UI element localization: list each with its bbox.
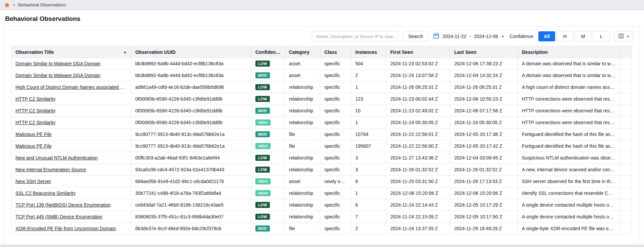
table-toolbar: Search 2024-11-22 - 2024-12-06 ▼ Confide… bbox=[11, 31, 633, 41]
class-cell: specific bbox=[320, 211, 351, 223]
first-seen-cell: 2024-11-27 13:43:36 Z bbox=[386, 152, 450, 164]
confidence-filter-low[interactable]: L bbox=[593, 31, 610, 41]
instances-cell: 123 bbox=[351, 93, 386, 105]
category-cell: file bbox=[285, 223, 320, 235]
spacer-cell bbox=[620, 176, 632, 187]
description-cell: A domain was observed that is similar to… bbox=[518, 58, 620, 70]
column-picker-button[interactable]: ▼ bbox=[615, 31, 633, 41]
description-cell: Identify SSL connections that resemble C… bbox=[518, 187, 620, 199]
date-range-picker[interactable]: 2024-11-22 - 2024-12-06 ▼ bbox=[433, 33, 504, 40]
confidence-filter-all[interactable]: All bbox=[538, 31, 555, 41]
class-cell: specific bbox=[320, 117, 351, 129]
last-seen-cell: 2024-12-04 03:09:45 Z bbox=[450, 152, 518, 164]
first-seen-cell: 2024-11-23 00:02:44 Z bbox=[386, 93, 450, 105]
confidence-badge: HIGH bbox=[255, 190, 271, 196]
category-cell: relationship bbox=[285, 199, 320, 211]
column-header-observation-title[interactable]: Observation Title ▲ bbox=[11, 46, 131, 58]
search-input[interactable] bbox=[312, 31, 398, 41]
confidence-cell: LOW bbox=[251, 152, 285, 164]
instances-cell: 8 bbox=[351, 176, 386, 187]
confidence-cell: HIGH bbox=[251, 140, 285, 152]
observation-title-cell: High Count of Distinct Domain Names asso… bbox=[11, 81, 131, 93]
observation-title-cell: New Internal Enumeration Source bbox=[11, 164, 131, 176]
column-header-class[interactable]: Class bbox=[320, 46, 351, 58]
home-icon[interactable] bbox=[4, 2, 10, 8]
observation-title-cell: New and Unusual NTLM Authentication bbox=[11, 152, 131, 164]
column-header-spacer bbox=[620, 46, 632, 58]
confidence-badge: LOW bbox=[255, 61, 270, 67]
observation-title-link[interactable]: High Count of Distinct Domain Names asso… bbox=[15, 84, 131, 90]
class-cell: specific bbox=[320, 164, 351, 176]
sort-ascending-icon: ▲ bbox=[123, 50, 127, 54]
observation-title-link[interactable]: HTTP C2 Similarity bbox=[15, 120, 56, 125]
instances-cell: 10 bbox=[351, 105, 386, 117]
last-seen-cell: 2024-12-06 10:55:23 Z bbox=[450, 93, 518, 105]
column-header-last-seen[interactable]: Last Seen bbox=[450, 46, 518, 58]
confidence-filter-medium[interactable]: M bbox=[575, 31, 592, 41]
observation-title-link[interactable]: HTTP C2 Similarity bbox=[15, 96, 56, 102]
spacer-cell bbox=[620, 117, 632, 129]
instances-cell: 3 bbox=[351, 164, 386, 176]
confidence-cell: LOW bbox=[251, 164, 285, 176]
description-cell: HTTP connections were observed that rese… bbox=[518, 117, 620, 129]
observation-title-link[interactable]: Domain Similar to Malware DGA Domain bbox=[15, 61, 101, 66]
description-cell: A single device contacted multiple hosts… bbox=[518, 211, 620, 223]
table-row: Domain Similar to Malware DGA Domainbb3b… bbox=[11, 58, 632, 70]
first-seen-cell: 2024-11-25 03:31:50 Z bbox=[386, 176, 450, 187]
table-row: Malicious PE File9cc80777-3913-4b40-913c… bbox=[11, 129, 632, 140]
observation-title-link[interactable]: XOR-Encoded PE File from Uncommon Domain bbox=[15, 226, 116, 231]
first-seen-cell: 2024-11-23 02:53:02 Z bbox=[386, 58, 450, 70]
observation-title-link[interactable]: New and Unusual NTLM Authentication bbox=[15, 155, 98, 161]
category-cell: file bbox=[285, 140, 320, 152]
table-row: New and Unusual NTLM Authentication00ffc… bbox=[11, 152, 632, 164]
last-seen-cell: 2024-11-29 18:49:29 Z bbox=[450, 223, 518, 235]
confidence-cell: MOD bbox=[251, 105, 285, 117]
instances-cell: 1 bbox=[351, 117, 386, 129]
description-cell: HTTP connections were observed that rese… bbox=[518, 105, 620, 117]
confidence-cell: LOW bbox=[251, 211, 285, 223]
observation-title-link[interactable]: Malicious PE File bbox=[15, 143, 51, 149]
column-header-instances[interactable]: Instances bbox=[351, 46, 386, 58]
category-cell: relationship bbox=[285, 117, 320, 129]
category-cell: asset bbox=[285, 70, 320, 81]
class-cell: specific bbox=[320, 187, 351, 199]
confidence-badge: MOD bbox=[255, 131, 270, 137]
horizontal-scrollbar[interactable] bbox=[0, 245, 644, 247]
instances-cell: 504 bbox=[351, 58, 386, 70]
observation-title-link[interactable]: HTTP C2 Similarity bbox=[15, 108, 56, 113]
description-cell: SSH server observed for the first time i… bbox=[518, 176, 620, 187]
observation-title-link[interactable]: SSL C2 Beaconing Similarity bbox=[15, 190, 75, 196]
last-seen-cell: 2024-11-24 05:30:05 Z bbox=[450, 117, 518, 129]
breadcrumb-separator: > bbox=[13, 3, 15, 7]
observation-title-link[interactable]: New SSH Server bbox=[15, 179, 51, 184]
search-button[interactable]: Search bbox=[403, 31, 428, 41]
confidence-badge: LOW bbox=[255, 202, 270, 208]
column-header-confidence[interactable]: Confidence bbox=[251, 46, 285, 58]
table-row: TCP Port 445 (SMB) Device Enumeration838… bbox=[11, 211, 632, 223]
observation-uuid-cell: 0f00065b-6590-4226-b345-c3fd0e91dd8b bbox=[131, 93, 251, 105]
column-header-observation-uuid[interactable]: Observation UUID bbox=[131, 46, 251, 58]
observation-title-cell: HTTP C2 Similarity bbox=[11, 105, 131, 117]
date-range-end: 2024-12-06 bbox=[474, 34, 498, 39]
observation-title-link[interactable]: TCP Port 139 (NetBIOS) Device Enumeratio… bbox=[15, 202, 111, 208]
observation-uuid-cell: 30b77241-c498-4f18-a76a-783f2a66dfa4 bbox=[131, 187, 251, 199]
last-seen-cell: 2024-11-26 01:32:52 Z bbox=[450, 164, 518, 176]
chevron-down-icon: ▼ bbox=[501, 35, 504, 38]
column-header-description[interactable]: Description bbox=[518, 46, 620, 58]
observation-title-link[interactable]: Malicious PE File bbox=[15, 132, 51, 137]
category-cell: relationship bbox=[285, 187, 320, 199]
category-cell: relationship bbox=[285, 164, 320, 176]
confidence-filter-high[interactable]: H bbox=[557, 31, 573, 41]
spacer-cell bbox=[620, 93, 632, 105]
column-header-category[interactable]: Category bbox=[285, 46, 320, 58]
table-row: HTTP C2 Similarity0f00065b-6590-4226-b34… bbox=[11, 117, 632, 129]
observation-title-link[interactable]: Domain Similar to Malware DGA Domain bbox=[15, 73, 101, 78]
column-header-first-seen[interactable]: First Seen bbox=[386, 46, 450, 58]
category-cell: asset bbox=[285, 176, 320, 187]
observation-title-link[interactable]: TCP Port 445 (SMB) Device Enumeration bbox=[15, 214, 102, 219]
first-seen-cell: 2024-11-24 22:14:43 Z bbox=[386, 199, 450, 211]
observation-title-link[interactable]: New Internal Enumeration Source bbox=[15, 167, 86, 172]
instances-cell: 2 bbox=[351, 70, 386, 81]
class-cell: specific bbox=[320, 223, 351, 235]
spacer-cell bbox=[620, 140, 632, 152]
